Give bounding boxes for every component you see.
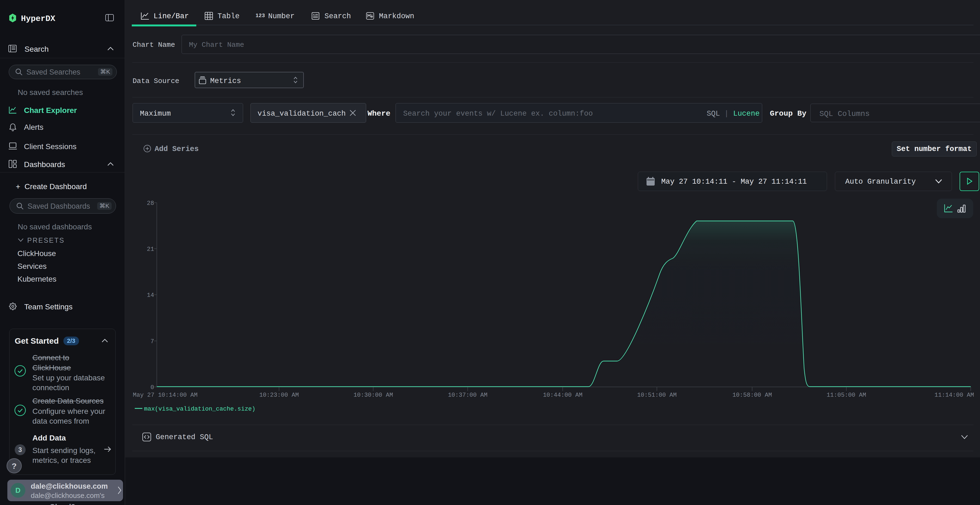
svg-text:21: 21 — [147, 246, 154, 253]
svg-text:max(visa_validation_cache.size: max(visa_validation_cache.size) — [144, 406, 255, 413]
svg-text:28: 28 — [147, 200, 154, 207]
svg-text:0: 0 — [151, 384, 154, 391]
svg-text:14: 14 — [147, 292, 154, 299]
svg-text:7: 7 — [151, 338, 154, 345]
